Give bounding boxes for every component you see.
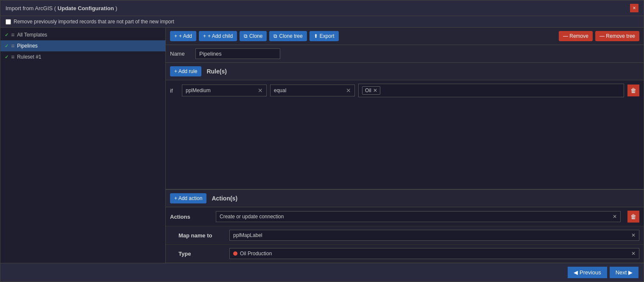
action-delete-button[interactable]: 🗑 (627, 211, 639, 223)
delete-icon: 🗑 (630, 87, 636, 94)
remove-button[interactable]: — Remove (559, 31, 593, 41)
name-input[interactable] (195, 48, 280, 59)
type-label: Type (178, 251, 229, 257)
sidebar-label-all-templates: All Templates (17, 32, 47, 38)
rules-title: Rule(s) (206, 68, 226, 75)
add-action-label: + Add action (174, 195, 202, 201)
toolbar: + + Add + + Add child ⧉ Clone ⧉ Clone tr… (166, 28, 644, 45)
remove-tree-label: — Remove tree (599, 33, 635, 39)
title-bar: Import from ArcGIS ( Update Configuratio… (0, 0, 644, 16)
oil-tag: Oil ✕ (362, 86, 380, 95)
add-rule-button[interactable]: + Add rule (170, 66, 201, 76)
rule-delete-button[interactable]: 🗑 (627, 85, 639, 96)
rule-operator-value: equal (274, 87, 286, 93)
next-label: Next ▶ (616, 269, 633, 276)
rule-row: if pplMedium ✕ equal ✕ Oil ✕ (166, 80, 644, 101)
actions-label: Actions (170, 214, 212, 220)
type-clear[interactable]: ✕ (631, 251, 636, 257)
clone-tree-button[interactable]: ⧉ Clone tree (269, 31, 307, 41)
right-panel: + + Add + + Add child ⧉ Clone ⧉ Clone tr… (166, 28, 644, 263)
map-name-clear[interactable]: ✕ (631, 232, 636, 238)
add-child-icon: + (203, 33, 206, 39)
window-title: Import from ArcGIS ( Update Configuratio… (6, 5, 117, 11)
map-name-label: Map name to (178, 232, 229, 239)
name-label: Name (170, 51, 191, 57)
add-action-button[interactable]: + Add action (170, 193, 206, 203)
sidebar-item-pipelines[interactable]: ✓ ≡ Pipelines (0, 40, 165, 51)
rule-operator-clear[interactable]: ✕ (346, 87, 351, 94)
list-icon-all-templates: ≡ (11, 31, 14, 38)
add-child-button[interactable]: + + Add child (199, 31, 237, 41)
if-label: if (170, 87, 178, 94)
oil-tag-text: Oil (365, 87, 371, 93)
previous-label: ◀ Previous (574, 269, 601, 276)
rule-field-value: pplMedium (186, 87, 211, 93)
clone-tree-label: Clone tree (279, 33, 302, 39)
bottom-bar: ◀ Previous Next ▶ (0, 263, 644, 282)
type-text: Oil Production (240, 251, 272, 257)
clone-button[interactable]: ⧉ Clone (240, 31, 267, 41)
type-row: Type Oil Production ✕ (166, 245, 644, 263)
close-button[interactable]: × (630, 4, 638, 12)
remove-tree-button[interactable]: — Remove tree (595, 31, 639, 41)
rules-header: + Add rule Rule(s) (166, 63, 644, 80)
main-content: ✓ ≡ All Templates ✓ ≡ Pipelines ✓ ≡ Rule… (0, 28, 644, 263)
name-row: Name (166, 45, 644, 63)
rule-value-field[interactable]: Oil ✕ (358, 84, 624, 97)
list-icon-ruleset: ≡ (11, 54, 14, 60)
export-button[interactable]: ⬆ Export (309, 31, 339, 41)
clone-icon: ⧉ (244, 33, 248, 39)
rule-operator-field[interactable]: equal ✕ (270, 85, 355, 96)
actions-row: Actions Create or update connection ✕ 🗑 (166, 207, 644, 226)
sidebar-item-all-templates[interactable]: ✓ ≡ All Templates (0, 29, 165, 40)
remove-records-label: Remove previously imported records that … (14, 19, 174, 25)
add-label: + Add (179, 33, 192, 39)
actions-title: Action(s) (212, 195, 237, 202)
add-icon: + (174, 33, 177, 39)
add-button[interactable]: + + Add (170, 31, 196, 41)
check-icon-pipelines: ✓ (5, 43, 8, 49)
sidebar-item-ruleset[interactable]: ✓ ≡ Ruleset #1 (0, 51, 165, 62)
export-icon: ⬆ (314, 33, 318, 39)
type-value-field[interactable]: Oil Production ✕ (229, 248, 639, 259)
remove-records-checkbox-label[interactable]: Remove previously imported records that … (6, 19, 174, 25)
list-icon-pipelines: ≡ (11, 42, 14, 49)
actions-header: + Add action Action(s) (166, 189, 644, 207)
window-subtitle: Update Configuration (58, 5, 114, 11)
map-name-text: pplMapLabel (233, 232, 262, 238)
remove-label: — Remove (563, 33, 588, 39)
sidebar-label-ruleset: Ruleset #1 (17, 54, 41, 60)
oil-tag-remove[interactable]: ✕ (373, 87, 377, 93)
check-icon-all-templates: ✓ (5, 32, 8, 38)
export-label: Export (320, 33, 335, 39)
add-rule-label: + Add rule (174, 68, 197, 74)
add-child-label: + Add child (208, 33, 233, 39)
rule-field-clear[interactable]: ✕ (258, 87, 263, 94)
map-name-value-field[interactable]: pplMapLabel ✕ (229, 230, 639, 241)
next-button[interactable]: Next ▶ (610, 267, 638, 278)
rule-field-input[interactable]: pplMedium ✕ (182, 85, 267, 96)
check-icon-ruleset: ✓ (5, 54, 8, 60)
remove-records-checkbox[interactable] (6, 19, 11, 25)
sidebar: ✓ ≡ All Templates ✓ ≡ Pipelines ✓ ≡ Rule… (0, 28, 166, 263)
rules-section: + Add rule Rule(s) if pplMedium ✕ equal … (166, 63, 644, 189)
actions-section: + Add action Action(s) Actions Create or… (166, 189, 644, 263)
action-select-value: Create or update connection (220, 214, 284, 220)
main-window: Import from ArcGIS ( Update Configuratio… (0, 0, 644, 282)
previous-button[interactable]: ◀ Previous (568, 267, 607, 278)
action-select-clear[interactable]: ✕ (613, 214, 617, 220)
action-select[interactable]: Create or update connection ✕ (216, 211, 621, 222)
map-name-row: Map name to pplMapLabel ✕ (166, 226, 644, 245)
clone-label: Clone (249, 33, 262, 39)
action-delete-icon: 🗑 (630, 213, 636, 220)
top-bar: Remove previously imported records that … (0, 16, 644, 28)
clone-tree-icon: ⧉ (273, 33, 277, 39)
sidebar-label-pipelines: Pipelines (17, 43, 38, 49)
type-dot-icon (233, 251, 237, 256)
